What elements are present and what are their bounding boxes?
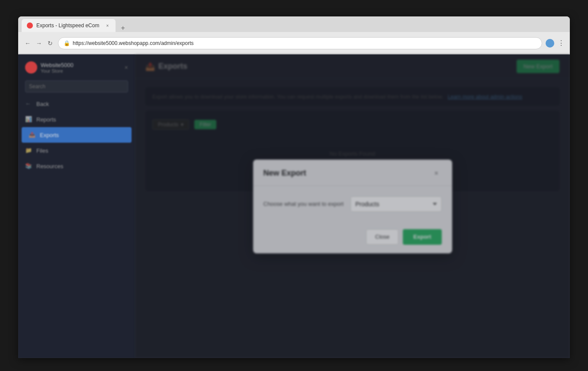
store-sub: Your Store — [41, 68, 74, 74]
export-form-row: Choose what you want to export Products … — [263, 196, 442, 212]
sidebar-label-exports: Exports — [40, 132, 59, 138]
browser-tab-bar: Exports - Lightspeed eCom × + — [18, 16, 570, 32]
modal-body: Choose what you want to export Products … — [253, 186, 452, 222]
new-export-modal: New Export × Choose what you want to exp… — [253, 160, 452, 253]
store-info: Website5000 Your Store — [25, 61, 74, 74]
profile-avatar[interactable] — [546, 39, 554, 48]
resources-icon: 📚 — [25, 163, 32, 170]
sidebar-label-reports: Reports — [36, 116, 56, 123]
sidebar-item-back[interactable]: ← Back — [18, 96, 135, 112]
modal-export-button[interactable]: Export — [403, 229, 441, 245]
sidebar: Website5000 Your Store × ← Back 📊 Report… — [18, 54, 135, 358]
sidebar-item-files[interactable]: 📁 Files — [18, 143, 135, 158]
sidebar-search-input[interactable] — [25, 80, 128, 93]
forward-button[interactable]: → — [35, 39, 43, 48]
sidebar-item-resources[interactable]: 📚 Resources — [18, 158, 135, 174]
nav-buttons: ← → ↻ — [23, 39, 55, 48]
app-content: Website5000 Your Store × ← Back 📊 Report… — [18, 54, 570, 358]
files-icon: 📁 — [25, 147, 32, 154]
modal-header: New Export × — [253, 160, 452, 186]
browser-tab-active[interactable]: Exports - Lightspeed eCom × — [22, 19, 116, 32]
back-icon: ← — [25, 100, 32, 107]
sidebar-item-reports[interactable]: 📊 Reports — [18, 112, 135, 127]
store-name: Website5000 — [41, 62, 74, 68]
sidebar-close-button[interactable]: × — [125, 64, 128, 71]
modal-overlay[interactable]: New Export × Choose what you want to exp… — [135, 54, 570, 358]
reports-icon: 📊 — [25, 116, 32, 123]
browser-window: Exports - Lightspeed eCom × + ← → ↻ 🔒 ht… — [18, 16, 570, 358]
refresh-button[interactable]: ↻ — [46, 39, 55, 48]
store-avatar — [25, 61, 37, 74]
sidebar-label-resources: Resources — [36, 163, 63, 170]
sidebar-item-exports[interactable]: 📤 Exports — [22, 127, 132, 143]
sidebar-search — [18, 77, 135, 96]
tab-favicon — [27, 22, 33, 29]
tab-title: Exports - Lightspeed eCom — [36, 22, 99, 29]
modal-close-button[interactable]: × — [431, 168, 442, 179]
modal-close-action-button[interactable]: Close — [366, 229, 398, 245]
exports-icon: 📤 — [29, 131, 35, 138]
new-tab-button[interactable]: + — [119, 24, 126, 32]
browser-menu-button[interactable]: ⋮ — [558, 39, 565, 47]
url-text: https://website5000.webshopapp.com/admin… — [73, 40, 194, 46]
modal-title: New Export — [263, 169, 306, 178]
export-form-label: Choose what you want to export — [263, 201, 344, 207]
tab-close-button[interactable]: × — [104, 22, 110, 29]
sidebar-header: Website5000 Your Store × — [18, 54, 135, 77]
export-type-select[interactable]: Products Orders Customers Categories — [350, 196, 441, 212]
sidebar-label-files: Files — [36, 147, 48, 154]
sidebar-label-back: Back — [36, 101, 49, 107]
back-button[interactable]: ← — [23, 39, 32, 48]
address-bar[interactable]: 🔒 https://website5000.webshopapp.com/adm… — [58, 37, 542, 49]
browser-toolbar: ← → ↻ 🔒 https://website5000.webshopapp.c… — [18, 32, 570, 54]
main-content: 📤 Exports New Export Export allows you t… — [135, 54, 570, 358]
modal-footer: Close Export — [253, 222, 452, 253]
